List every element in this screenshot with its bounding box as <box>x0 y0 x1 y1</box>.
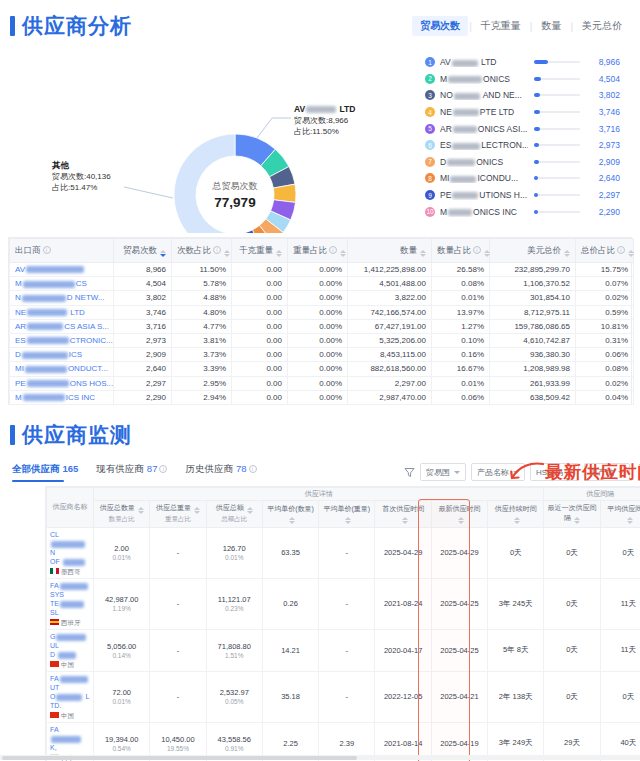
supplier-name-cell[interactable]: CLNOF 墨西哥 <box>47 527 94 578</box>
info-icon[interactable]: i <box>249 465 257 473</box>
exporter-col-header-8[interactable]: 美元总价 <box>490 239 576 263</box>
monitor-col-header-2[interactable]: 供应总数量数量占比 <box>94 500 150 527</box>
monitor-col-header-6[interactable]: 平均单价(重量) <box>319 500 375 527</box>
sort-icon[interactable] <box>289 517 295 524</box>
cell: 42,987.001.19% <box>94 578 150 629</box>
legend-item-2[interactable]: 2MONICS4,504 <box>425 71 620 88</box>
info-icon[interactable]: i <box>213 246 221 254</box>
filter-dropdown-3[interactable]: HS编码 <box>530 463 579 481</box>
sort-icon[interactable] <box>160 250 166 257</box>
monitor-col-header-3[interactable]: 供应总重量重量占比 <box>150 500 206 527</box>
legend-rank-badge: 9 <box>425 190 435 200</box>
legend-item-8[interactable]: 8MIICONDU...2,640 <box>425 170 620 187</box>
sort-icon[interactable] <box>564 250 570 257</box>
legend-item-9[interactable]: 9PEUTIONS H...2,297 <box>425 187 620 204</box>
monitor-tab-2[interactable]: 现有供应商87i <box>96 463 167 482</box>
cell: 0天 <box>544 629 600 671</box>
monitor-col-header-5[interactable]: 平均单价(数量) <box>262 500 318 527</box>
sort-icon[interactable] <box>138 507 144 514</box>
sort-icon[interactable] <box>345 517 351 524</box>
donut-slice-others[interactable] <box>174 134 241 233</box>
supplier-name-cell[interactable]: FA SYSTE SL西班牙 <box>47 578 94 629</box>
exporter-name-link[interactable]: DICS <box>10 348 114 362</box>
exporter-col-header-9[interactable]: 总价占比i <box>576 239 634 263</box>
exporter-col-header-5[interactable]: 重量占比i <box>288 239 348 263</box>
cell: 16.67% <box>432 362 490 376</box>
cell: 2,297 <box>114 376 172 390</box>
metric-tab-4[interactable]: 美元总价 <box>574 16 630 36</box>
exporter-col-header-3[interactable]: 次数占比i <box>172 239 232 263</box>
header-label: 出口商 <box>15 245 41 255</box>
exporter-name-link[interactable]: MIONDUCT... <box>10 362 114 376</box>
sort-icon[interactable] <box>224 250 230 257</box>
sort-icon[interactable] <box>574 517 580 524</box>
name-text: NE <box>15 308 26 317</box>
supplier-name-cell[interactable]: G ULD 中国 <box>47 629 94 671</box>
cell-value: 11,121.07 <box>218 595 251 604</box>
scrollbar-thumb[interactable] <box>2 756 357 760</box>
monitor-col-header-8[interactable]: 最新供应时间 <box>431 500 487 527</box>
exporter-name-link[interactable]: NE LTD <box>10 305 114 319</box>
funnel-icon[interactable] <box>404 467 415 478</box>
info-icon[interactable]: i <box>159 465 167 473</box>
cell: 742,166,574.00 <box>348 305 432 319</box>
sort-icon[interactable] <box>514 517 520 524</box>
info-icon[interactable]: i <box>617 246 625 254</box>
sort-icon[interactable] <box>627 517 633 524</box>
sort-icon[interactable] <box>340 250 346 257</box>
metric-tab-2[interactable]: 千克重量 <box>473 16 529 36</box>
name-text: D <box>50 651 57 658</box>
metric-tab-3[interactable]: 数量 <box>533 16 569 36</box>
exporter-name-link[interactable]: PEONS HOS... <box>10 376 114 390</box>
sort-icon[interactable] <box>420 250 426 257</box>
monitor-tab-1[interactable]: 全部供应商165 <box>12 463 78 482</box>
sort-icon[interactable] <box>402 517 408 524</box>
supplier-name-cell[interactable]: FA UTO LTD.中国 <box>47 671 94 722</box>
legend-item-5[interactable]: 5ARONICS ASI...3,716 <box>425 120 620 137</box>
info-icon[interactable]: i <box>473 246 481 254</box>
exporter-col-header-4[interactable]: 千克重量 <box>232 239 288 263</box>
monitor-col-header-7[interactable]: 首次供应时间 <box>375 500 431 527</box>
legend-rank-badge: 4 <box>425 107 435 117</box>
sort-icon[interactable] <box>484 250 490 257</box>
cell: 2,297.00 <box>348 376 432 390</box>
exporter-col-header-7[interactable]: 数量占比i <box>432 239 490 263</box>
header-label: 首次供应时间 <box>382 505 424 512</box>
cell: 5.78% <box>172 277 232 291</box>
filter-dropdown-2[interactable]: 产品名称 <box>471 463 525 481</box>
legend-item-1[interactable]: 1AV LTD8,966 <box>425 54 620 71</box>
info-icon[interactable]: i <box>329 246 337 254</box>
sort-icon[interactable] <box>628 250 634 257</box>
exporter-col-header-1[interactable]: 出口商i <box>10 239 114 263</box>
legend-item-6[interactable]: 6ESLECTRON...2,973 <box>425 137 620 154</box>
exporter-name-link[interactable]: ARCS ASIA S... <box>10 319 114 333</box>
metric-tab-1[interactable]: 贸易次数 <box>412 16 468 36</box>
exporter-col-header-6[interactable]: 数量 <box>348 239 432 263</box>
legend-item-7[interactable]: 7DONICS2,909 <box>425 154 620 171</box>
exporter-row-9: PEONS HOS...2,2972.95%0.000.00%2,297.000… <box>10 376 634 390</box>
monitor-col-header-10[interactable]: 最近一次供应间隔 <box>544 500 600 527</box>
legend-item-4[interactable]: 4NEPTE LTD3,746 <box>425 104 620 121</box>
sort-up-icon <box>247 507 253 510</box>
legend-value: 2,290 <box>586 207 620 217</box>
info-icon[interactable]: i <box>43 246 51 254</box>
exporter-name-link[interactable]: MICS INC <box>10 390 114 404</box>
monitor-tab-3[interactable]: 历史供应商78i <box>185 463 256 482</box>
redacted-text <box>26 266 84 273</box>
filter-dropdown-1[interactable]: 贸易国 <box>420 463 466 481</box>
sort-icon[interactable] <box>458 517 464 524</box>
monitor-col-header-9[interactable]: 供应持续时间 <box>488 500 544 527</box>
exporter-name-link[interactable]: AV <box>10 263 114 277</box>
sort-icon[interactable] <box>247 507 253 514</box>
exporter-name-link[interactable]: MCS <box>10 277 114 291</box>
filter-dropdown-4[interactable]: 原产地 <box>584 463 630 481</box>
exporter-col-header-2[interactable]: 贸易次数 <box>114 239 172 263</box>
sort-icon[interactable] <box>194 507 200 514</box>
legend-item-10[interactable]: 10MONICS INC2,290 <box>425 203 620 220</box>
exporter-name-link[interactable]: ND NETW... <box>10 291 114 305</box>
legend-item-3[interactable]: 3NO AND NE...3,802 <box>425 87 620 104</box>
exporter-name-link[interactable]: ESCTRONIC... <box>10 333 114 347</box>
sort-icon[interactable] <box>276 250 282 257</box>
monitor-col-header-4[interactable]: 供应总额总额占比 <box>206 500 262 527</box>
monitor-col-header-11[interactable]: 平均供应间隔 <box>600 500 640 527</box>
